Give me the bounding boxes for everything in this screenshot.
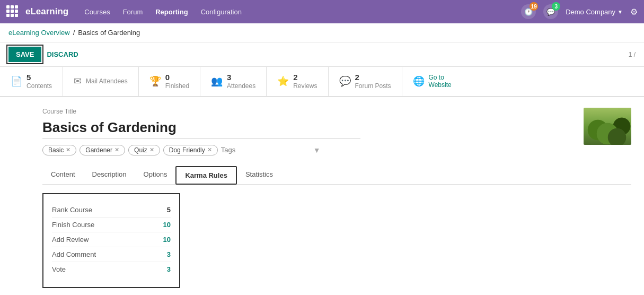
finished-label: Finished: [165, 82, 189, 90]
contents-icon: 📄: [11, 75, 22, 87]
tag-quiz-label: Quiz: [134, 146, 147, 154]
tab-content[interactable]: Content: [42, 166, 84, 185]
menu-forum[interactable]: Forum: [122, 6, 144, 18]
karma-row-vote: Vote 3: [52, 262, 171, 276]
menu-reporting[interactable]: Reporting: [154, 6, 189, 18]
go-website-label: Go toWebsite: [429, 74, 452, 89]
mail-icon: ✉: [74, 75, 82, 87]
forum-icon: 💬: [339, 75, 351, 87]
karma-review-label: Add Review: [52, 236, 89, 244]
top-menu: Courses Forum Reporting Configuration: [83, 6, 521, 18]
company-selector[interactable]: Demo Company ▼: [566, 8, 623, 16]
tag-gardener-label: Gardener: [85, 146, 112, 154]
tag-basic: Basic ✕: [42, 145, 76, 155]
tag-dog-friendly-label: Dog Friendly: [169, 146, 205, 154]
tab-statistics[interactable]: Statistics: [237, 166, 281, 185]
course-form: Course Title Basic ✕ Gardener ✕ Quiz ✕ D…: [42, 108, 360, 155]
website-icon: 🌐: [413, 75, 425, 87]
tags-dropdown-icon[interactable]: ▼: [313, 146, 321, 154]
karma-rules-section: Rank Course 5 Finish Course 10 Add Revie…: [42, 193, 180, 288]
notifications-button[interactable]: 🕐 19: [521, 4, 536, 19]
karma-review-value[interactable]: 10: [142, 236, 171, 244]
breadcrumb-parent[interactable]: eLearning Overview: [8, 29, 70, 37]
menu-configuration[interactable]: Configuration: [200, 6, 243, 18]
messages-button[interactable]: 💬 3: [543, 4, 558, 19]
course-header: Course Title Basic ✕ Gardener ✕ Quiz ✕ D…: [42, 108, 631, 155]
company-name: Demo Company: [566, 8, 615, 16]
karma-row-finish-course: Finish Course 10: [52, 218, 171, 232]
thumbnail-image: [584, 108, 631, 145]
finished-count: 0: [165, 73, 189, 82]
main-content: Course Title Basic ✕ Gardener ✕ Quiz ✕ D…: [0, 97, 644, 296]
reviews-count: 2: [293, 73, 317, 82]
contents-count: 5: [27, 73, 52, 82]
karma-row-add-review: Add Review 10: [52, 232, 171, 247]
tags-row: Basic ✕ Gardener ✕ Quiz ✕ Dog Friendly ✕…: [42, 145, 360, 155]
attendees-count: 3: [227, 73, 255, 82]
tags-input[interactable]: [221, 146, 310, 154]
discard-button[interactable]: DISCARD: [47, 50, 78, 58]
breadcrumb-separator: /: [73, 29, 75, 37]
karma-rank-value[interactable]: 5: [146, 206, 171, 214]
stat-mail-attendees[interactable]: ✉ Mail Attendees: [63, 67, 139, 96]
karma-vote-value[interactable]: 3: [146, 265, 171, 273]
tab-description[interactable]: Description: [84, 166, 135, 185]
karma-finish-value[interactable]: 10: [142, 221, 171, 229]
tag-quiz-remove[interactable]: ✕: [149, 146, 154, 153]
top-navigation: eLearning Courses Forum Reporting Config…: [0, 0, 644, 23]
caret-icon: ▼: [617, 9, 623, 15]
course-title-input[interactable]: [42, 117, 360, 138]
tag-basic-label: Basic: [48, 146, 64, 154]
trophy-icon: 🏆: [149, 75, 161, 87]
tag-dog-friendly: Dog Friendly ✕: [163, 145, 218, 155]
breadcrumb: eLearning Overview / Basics of Gardening: [0, 23, 644, 42]
tab-karma-rules[interactable]: Karma Rules: [175, 166, 236, 185]
breadcrumb-current: Basics of Gardening: [78, 29, 140, 37]
forum-label: Forum Posts: [355, 82, 391, 90]
stat-reviews[interactable]: ⭐ 2 Reviews: [267, 67, 328, 96]
topnav-right: 🕐 19 💬 3 Demo Company ▼ ⚙: [521, 4, 638, 19]
menu-courses[interactable]: Courses: [83, 6, 111, 18]
stat-finished[interactable]: 🏆 0 Finished: [139, 67, 200, 96]
stat-attendees[interactable]: 👥 3 Attendees: [200, 67, 267, 96]
messages-count: 3: [552, 2, 560, 11]
tabs-row: Content Description Options Karma Rules …: [42, 166, 631, 185]
stats-bar: 📄 5 Contents ✉ Mail Attendees 🏆 0 Finish…: [0, 67, 644, 97]
go-to-website-button[interactable]: 🌐 Go toWebsite: [402, 67, 462, 96]
karma-comment-value[interactable]: 3: [146, 250, 171, 258]
brand-logo: eLearning: [25, 6, 68, 17]
karma-vote-label: Vote: [52, 265, 66, 273]
tag-basic-remove[interactable]: ✕: [66, 146, 70, 153]
tag-quiz: Quiz ✕: [128, 145, 160, 155]
attendees-icon: 👥: [211, 75, 223, 87]
stat-contents[interactable]: 📄 5 Contents: [0, 67, 63, 96]
karma-row-rank-course: Rank Course 5: [52, 203, 171, 218]
course-thumbnail[interactable]: [584, 108, 631, 145]
karma-rank-label: Rank Course: [52, 206, 92, 214]
mail-label: Mail Attendees: [86, 77, 128, 85]
karma-comment-label: Add Comment: [52, 250, 96, 258]
tag-gardener-remove[interactable]: ✕: [114, 146, 119, 153]
karma-finish-label: Finish Course: [52, 221, 94, 229]
stat-forum-posts[interactable]: 💬 2 Forum Posts: [329, 67, 402, 96]
star-icon: ⭐: [277, 75, 289, 87]
settings-icon[interactable]: ⚙: [630, 7, 638, 17]
action-bar: SAVE DISCARD 1 /: [0, 42, 644, 67]
course-title-label: Course Title: [42, 108, 360, 115]
attendees-label: Attendees: [227, 82, 255, 90]
tab-options[interactable]: Options: [135, 166, 176, 185]
apps-icon[interactable]: [6, 5, 19, 18]
forum-count: 2: [355, 73, 391, 82]
reviews-label: Reviews: [293, 82, 317, 90]
tag-gardener: Gardener ✕: [80, 145, 125, 155]
save-button[interactable]: SAVE: [8, 47, 41, 62]
tag-dog-friendly-remove[interactable]: ✕: [207, 146, 212, 153]
karma-row-add-comment: Add Comment 3: [52, 247, 171, 262]
page-indicator: 1 /: [629, 51, 636, 58]
notifications-count: 19: [530, 2, 538, 11]
contents-label: Contents: [27, 82, 52, 90]
